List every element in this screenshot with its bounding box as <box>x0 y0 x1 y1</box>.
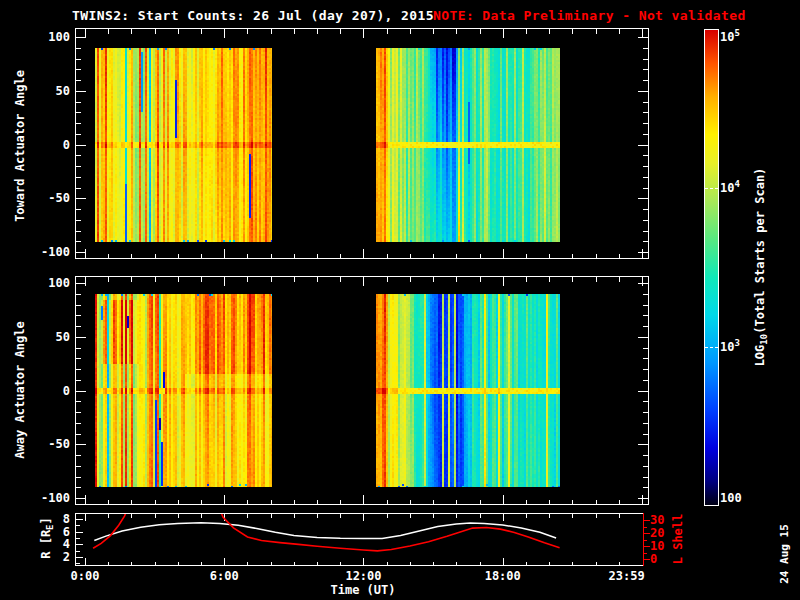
colorbar-tick-label: 105 <box>720 30 740 44</box>
angle-tick-label: -50 <box>26 191 70 205</box>
date-stamp: 24 Aug 15 <box>778 524 791 584</box>
away-spectrogram-block2 <box>376 294 560 487</box>
colorbar-tick-label: 103 <box>720 340 740 354</box>
away-axis-label: Away Actuator Angle <box>13 321 27 458</box>
angle-tick-label: -100 <box>26 245 70 259</box>
colorbar-dash-1e3 <box>705 347 718 348</box>
toward-spectrogram-block2 <box>376 48 560 242</box>
ephemeris-panel-frame <box>75 513 644 566</box>
lshell-tick-label: 30 <box>650 513 664 527</box>
lshell-axis-ticks-red <box>644 513 650 566</box>
angle-tick-label: 50 <box>26 84 70 98</box>
angle-tick-label: -100 <box>26 491 70 505</box>
angle-tick-label: -50 <box>26 437 70 451</box>
lshell-tick-label: 20 <box>650 526 664 540</box>
x-axis-label: Time (UT) <box>330 583 395 597</box>
colorbar-tick-label: 100 <box>720 491 742 505</box>
time-tick-label: 23:59 <box>609 569 645 583</box>
lshell-tick-label: 0 <box>650 552 657 566</box>
time-tick-label: 12:00 <box>345 569 381 583</box>
angle-tick-label: 50 <box>26 330 70 344</box>
toward-axis-label: Toward Actuator Angle <box>13 70 27 222</box>
r-tick-label: 2 <box>26 550 70 564</box>
lshell-axis-label: L Shell <box>671 514 685 565</box>
time-tick-label: 18:00 <box>485 569 521 583</box>
lshell-tick-label: 10 <box>650 539 664 553</box>
time-tick-label: 0:00 <box>71 569 100 583</box>
toward-spectrogram-block1 <box>95 48 272 242</box>
angle-tick-label: 100 <box>26 276 70 290</box>
colorbar-dash-1e4 <box>705 188 718 189</box>
away-spectrogram-block1 <box>95 294 272 487</box>
angle-tick-label: 0 <box>26 138 70 152</box>
colorbar-tick-label: 104 <box>720 181 740 195</box>
angle-tick-label: 100 <box>26 30 70 44</box>
colorbar <box>704 29 719 506</box>
time-tick-label: 6:00 <box>210 569 239 583</box>
angle-tick-label: 0 <box>26 384 70 398</box>
plot-title: TWINS2: Start Counts: 26 Jul (day 207), … <box>72 8 434 23</box>
colorbar-label: LOG10(Total Starts per Scan) <box>753 168 767 367</box>
preliminary-note: NOTE: Data Preliminary - Not validated <box>433 8 746 23</box>
